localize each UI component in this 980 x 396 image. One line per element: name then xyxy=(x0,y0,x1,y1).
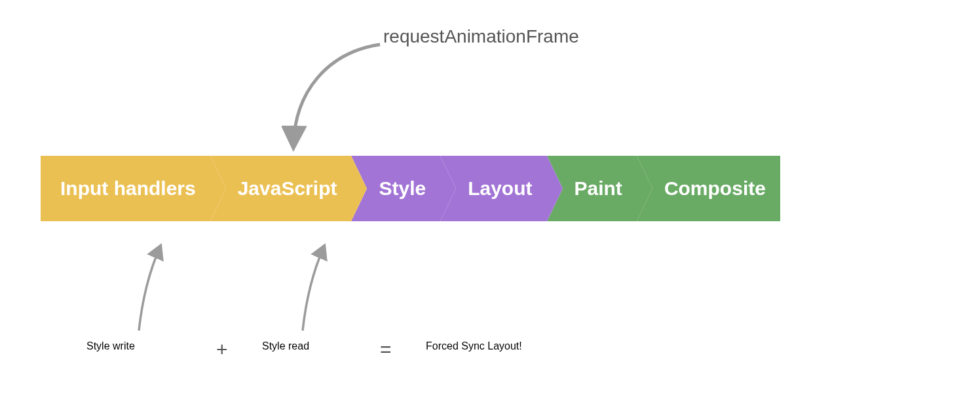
plus-symbol: + xyxy=(216,338,228,361)
step-composite: Composite xyxy=(637,156,780,221)
chevron-right-icon xyxy=(547,156,563,221)
chevron-right-icon xyxy=(210,156,226,221)
style-read-label: Style read xyxy=(262,340,309,352)
forced-sync-layout-label: Forced Sync Layout! xyxy=(426,340,522,352)
style-write-arrow-icon xyxy=(131,242,183,334)
raf-arrow-icon xyxy=(282,33,393,157)
style-read-arrow-icon xyxy=(295,242,347,334)
step-layout: Layout xyxy=(440,156,546,221)
step-input-handlers: Input handlers xyxy=(41,156,210,221)
equals-symbol: = xyxy=(380,338,392,361)
chevron-right-icon xyxy=(637,156,652,221)
step-label: Style xyxy=(379,177,426,200)
step-label: Paint xyxy=(575,177,622,200)
rendering-pipeline: Input handlers JavaScript Style Layout P… xyxy=(41,156,780,221)
step-label: Input handlers xyxy=(60,177,196,200)
chevron-right-icon xyxy=(351,156,367,221)
step-label: JavaScript xyxy=(238,177,337,200)
chevron-right-icon xyxy=(440,156,456,221)
raf-label: requestAnimationFrame xyxy=(383,26,579,47)
step-label: Composite xyxy=(664,177,766,200)
step-javascript: JavaScript xyxy=(210,156,352,221)
style-write-label: Style write xyxy=(86,340,135,352)
step-label: Layout xyxy=(468,177,532,200)
